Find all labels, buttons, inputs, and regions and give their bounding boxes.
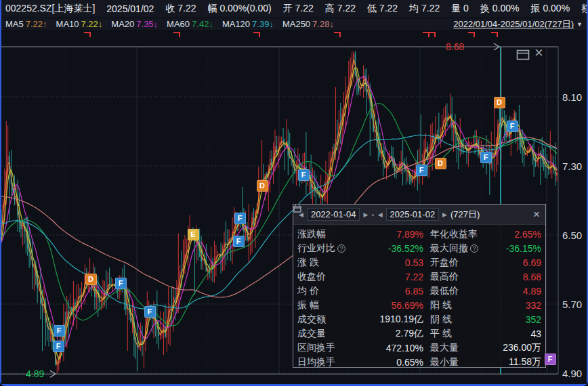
event-marker-F[interactable]: F [298, 169, 310, 181]
y-axis-tick: 5.70 [562, 299, 588, 310]
stats-row: 涨 跌0.53开盘价6.69 [297, 255, 541, 270]
y-axis-tick: 7.30 [562, 160, 588, 172]
event-marker-F[interactable]: F [233, 236, 245, 247]
event-marker-F[interactable]: F [53, 341, 64, 352]
stat-label: 平 线 [430, 328, 492, 340]
event-marker-D[interactable]: D [257, 180, 268, 192]
stat-label: 年化收益率 [430, 228, 492, 240]
ma-bar: MA57.22↑MA107.22↓MA207.35↓MA607.42↓MA120… [1, 18, 587, 30]
start-date-value: 2022-01-04 [311, 209, 356, 219]
chart-close-icon[interactable]: × [534, 45, 543, 60]
stat-value: 56.69% [350, 300, 423, 311]
end-date-prev-icon[interactable]: ◀ [378, 211, 383, 218]
titlebar-field: 换 0.00% [480, 3, 520, 15]
start-date-next-icon[interactable]: ▶ [363, 211, 368, 218]
stats-row: 日均换手0.65%最小量11.58万 [297, 355, 541, 369]
stat-label: 涨 跌 [297, 257, 350, 269]
event-marker-F[interactable]: F [234, 213, 246, 224]
interval-stats-body: 涨跌幅7.89%年化收益率2.65%行业对比?-36.52%最大回撤?-36.1… [293, 225, 545, 369]
stat-value: 7.22 [350, 272, 423, 282]
event-mark-icon [173, 32, 180, 37]
stat-value: 236.00万 [492, 342, 541, 354]
stat-value: 2.65% [492, 229, 541, 240]
ma-indicator: MA107.22↓ [56, 19, 103, 29]
stat-value: -36.52% [350, 243, 423, 254]
panel-close-icon[interactable]: × [533, 209, 540, 220]
event-marker-F[interactable]: F [507, 121, 518, 132]
stat-label: 最小量 [430, 356, 492, 368]
event-marker-F[interactable]: F [54, 325, 65, 337]
event-marker-D[interactable]: D [494, 97, 505, 108]
event-marker-F[interactable]: F [416, 165, 427, 176]
stats-row: 区间换手472.10%最大量236.00万 [297, 341, 541, 355]
stat-label: 区间换手 [297, 342, 350, 354]
titlebar-field: 幅 0.00%(0.00) [208, 3, 272, 15]
event-marker-F[interactable]: F [115, 278, 127, 289]
stats-row: 成交额1910.19亿阴 线352 [297, 312, 541, 326]
candlestick-chart[interactable]: 8.684.89 8.107.306.505.704.90 FFDFFEFFDF… [1, 30, 587, 384]
stat-label: 最高价 [430, 271, 492, 283]
event-marker-D[interactable]: D [85, 274, 97, 285]
ma-indicator: MA607.42↓ [167, 19, 213, 29]
end-date-picker[interactable]: 2025-01-02 [386, 208, 440, 221]
event-marker-E[interactable]: E [188, 229, 199, 240]
stat-label: 最低价 [430, 285, 492, 297]
stat-value: 0.53 [350, 257, 423, 268]
titlebar-field: 开 7.22 [283, 3, 314, 15]
y-axis-tick: 8.10 [562, 91, 588, 103]
event-marker-F[interactable]: F [144, 306, 156, 318]
stat-value: 0.65% [350, 357, 423, 368]
y-axis-tick: 4.90 [562, 368, 588, 379]
event-mark-icon [429, 32, 436, 37]
stat-label: 最大量 [430, 342, 492, 354]
event-marker-D[interactable]: D [435, 158, 446, 169]
stat-label: 阳 线 [430, 299, 492, 312]
end-date-value: 2025-01-02 [390, 209, 436, 219]
stat-label: 成交额 [297, 314, 350, 326]
event-mark-icon [468, 32, 475, 37]
titlebar-field: 均 7.22 [409, 3, 440, 15]
titlebar-field: 收 7.22 [165, 3, 196, 15]
stat-value: 6.85 [350, 286, 423, 297]
ma-indicator: MA2507.28↓ [282, 19, 334, 29]
stat-value: 472.10% [350, 343, 423, 353]
stats-row: 振 幅56.69%阳 线332 [297, 298, 541, 312]
stat-label: 行业对比? [297, 242, 350, 255]
dropdown-arrow-icon[interactable]: ▼ [576, 21, 583, 28]
stat-value: 11.58万 [492, 356, 541, 368]
interval-stats-header: ◀ 2022-01-04 ▶ - ◀ 2025-01-02 ▶ (727日) × [293, 205, 545, 225]
ma-values: MA57.22↑MA107.22↓MA207.35↓MA607.42↓MA120… [5, 19, 334, 29]
event-marker-F[interactable]: F [480, 152, 492, 163]
stat-value: 332 [492, 300, 541, 311]
stat-label: 均 价 [297, 285, 350, 297]
event-mark-icon [334, 32, 341, 37]
stat-value: 1910.19亿 [350, 314, 423, 326]
stats-row: 涨跌幅7.89%年化收益率2.65% [297, 227, 541, 241]
end-date-next-icon[interactable]: ▶ [442, 211, 447, 218]
title-bar: 002252.SZ[上海莱士]2025/01/02收 7.22幅 0.00%(0… [1, 0, 587, 18]
stats-row: 成交量2.79亿平 线43 [297, 326, 541, 341]
titlebar-field: 2025/01/02 [106, 3, 154, 14]
info-icon[interactable]: ? [337, 244, 345, 253]
start-date-picker[interactable]: 2022-01-04 [307, 208, 360, 221]
date-range-selector[interactable]: 2022/01/04-2025/01/02(727日) ▼ [453, 18, 583, 30]
stat-label: 日均换手 [297, 356, 350, 368]
stat-label: 收盘价 [297, 271, 350, 283]
stat-label: 涨跌幅 [297, 228, 350, 240]
event-mark-icon [491, 32, 498, 37]
stat-label: 最大回撤? [430, 242, 492, 255]
info-icon[interactable]: ? [470, 244, 478, 253]
stat-value: 8.68 [492, 272, 541, 282]
titlebar-field: 低 7.22 [367, 3, 398, 15]
titlebar-field: 振 0.00% [531, 3, 570, 15]
stat-value: 43 [492, 328, 541, 339]
event-marker-F[interactable]: F [545, 353, 556, 365]
stat-value: 4.89 [492, 286, 541, 297]
stat-value: 2.79亿 [350, 328, 423, 340]
titlebar-field: 002252.SZ[上海莱士] [5, 3, 95, 15]
stat-value: 6.69 [492, 257, 541, 268]
event-mark-icon [84, 32, 91, 37]
date-range-label[interactable]: 2022/01/04-2025/01/02(727日) [453, 18, 574, 30]
stats-row: 行业对比?-36.52%最大回撤?-36.15% [297, 241, 541, 255]
event-mark-icon [253, 32, 260, 37]
